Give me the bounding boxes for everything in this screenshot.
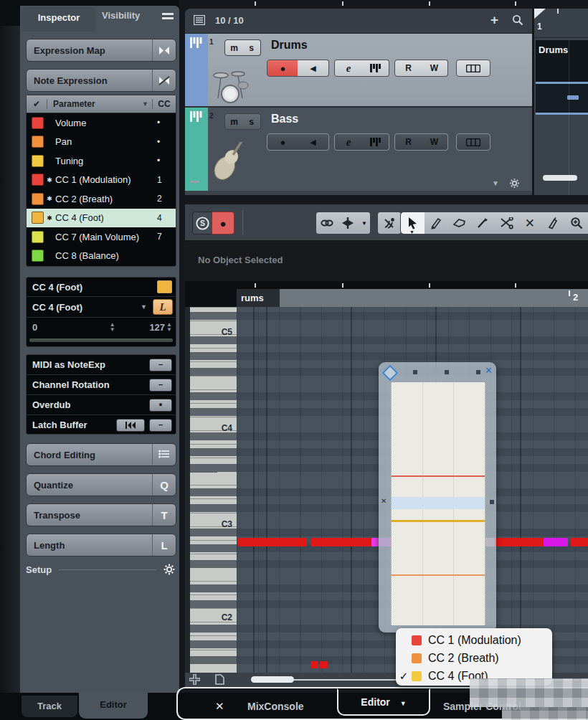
midi-note[interactable] bbox=[320, 661, 328, 668]
param-row-cc2[interactable]: ✱ CC 2 (Breath) 2 bbox=[27, 189, 176, 209]
latch-buffer-reset-button[interactable] bbox=[116, 419, 145, 432]
add-controller-lane-icon[interactable] bbox=[189, 674, 200, 685]
length-button[interactable]: Length L bbox=[26, 534, 176, 556]
legend-item-cc2[interactable]: CC 2 (Breath) bbox=[396, 649, 552, 667]
popup-handle[interactable] bbox=[476, 370, 480, 374]
gear-icon[interactable] bbox=[163, 564, 175, 575]
popup-curve-area[interactable] bbox=[391, 382, 485, 625]
latch-button[interactable]: L bbox=[153, 299, 173, 315]
mute-button[interactable]: m bbox=[224, 113, 244, 130]
popup-right-handle[interactable] bbox=[490, 500, 494, 504]
param-row-cc4-selected[interactable]: ✱ CC 4 (Foot) 4 bbox=[27, 209, 176, 228]
popup-handle[interactable] bbox=[413, 370, 417, 374]
cc4-slider[interactable] bbox=[29, 338, 173, 342]
cc4-select-row[interactable]: CC 4 (Foot) ▼ L bbox=[27, 297, 176, 318]
track-name[interactable]: Drums bbox=[271, 39, 308, 52]
midi-note[interactable] bbox=[238, 538, 307, 546]
overview-part-drums[interactable]: Drums bbox=[536, 40, 588, 84]
cc2-curve-line[interactable] bbox=[392, 574, 485, 576]
scissors-tool[interactable] bbox=[495, 212, 518, 234]
tab-editor-bottom[interactable]: Editor bbox=[79, 693, 148, 719]
page-icon[interactable] bbox=[215, 674, 224, 685]
midi-note[interactable] bbox=[495, 538, 544, 546]
monitor-button[interactable]: ◀ bbox=[298, 60, 329, 77]
instrument-icon[interactable] bbox=[361, 60, 389, 77]
param-row-cc8[interactable]: CC 8 (Balance) bbox=[27, 247, 176, 266]
search-icon[interactable] bbox=[512, 14, 523, 26]
record-enable-button[interactable]: ● bbox=[267, 133, 299, 151]
midi-note[interactable] bbox=[311, 538, 371, 546]
tab-inspector[interactable]: Inspector bbox=[22, 7, 96, 32]
solo-button[interactable]: s bbox=[242, 113, 261, 130]
write-automation-button[interactable]: w bbox=[421, 133, 448, 151]
mute-button[interactable]: m bbox=[224, 39, 244, 56]
tab-track[interactable]: Track bbox=[22, 696, 77, 717]
eraser-tool[interactable] bbox=[447, 212, 471, 234]
record-editor-button[interactable]: ● bbox=[212, 212, 234, 235]
cc1-curve-line[interactable] bbox=[392, 475, 485, 477]
link-editors-button[interactable] bbox=[316, 212, 338, 235]
record-enable-button[interactable]: ● bbox=[267, 60, 299, 77]
track-row-drums[interactable]: 1 m s Drums ● ◀ e R w bbox=[185, 34, 532, 108]
midi-note[interactable] bbox=[310, 661, 318, 668]
max-spinner[interactable]: ▲▼ bbox=[166, 322, 172, 332]
acoustic-feedback-button[interactable] bbox=[377, 212, 402, 235]
minimize-icon[interactable] bbox=[191, 181, 199, 183]
expand-icon[interactable]: ▼ bbox=[492, 179, 499, 187]
write-automation-button[interactable]: w bbox=[421, 60, 448, 77]
note-expression-button[interactable]: Note Expression bbox=[26, 69, 176, 92]
range-min-value[interactable]: 0 bbox=[27, 322, 75, 333]
chord-editing-button[interactable]: Chord Editing bbox=[26, 443, 176, 466]
edit-instrument-button[interactable]: e bbox=[334, 60, 363, 77]
param-row-tuning[interactable]: Tuning • bbox=[27, 151, 176, 171]
midi-as-noteexp-toggle[interactable]: – bbox=[149, 359, 172, 371]
note-expression-popup[interactable]: ✕ ✕ bbox=[379, 362, 496, 633]
popup-left-handle-icon[interactable]: ✕ bbox=[381, 497, 387, 505]
tab-editor-lowerzone[interactable]: Editor ▼ bbox=[337, 688, 430, 716]
piano-keyboard[interactable]: C5 C4 C3 C2 bbox=[190, 307, 237, 673]
horizontal-scrollbar[interactable] bbox=[251, 676, 294, 683]
mid-spinner[interactable]: ▲▼ bbox=[75, 322, 149, 332]
lanes-icon[interactable] bbox=[456, 133, 490, 151]
expression-map-button[interactable]: Expression Map bbox=[26, 39, 176, 62]
transpose-button[interactable]: Transpose T bbox=[26, 503, 176, 526]
overview-ruler[interactable]: 1 bbox=[534, 9, 588, 38]
editor-ruler[interactable] bbox=[237, 289, 588, 307]
legend-item-cc1[interactable]: CC 1 (Modulation) bbox=[396, 631, 552, 649]
close-lower-zone-icon[interactable]: ✕ bbox=[215, 700, 224, 713]
zoom-tool[interactable] bbox=[565, 212, 588, 234]
line-tool[interactable] bbox=[471, 212, 495, 234]
popup-handle[interactable] bbox=[445, 370, 449, 374]
track-list-icon[interactable] bbox=[194, 15, 205, 25]
param-row-cc1[interactable]: ✱ CC 1 (Modulation) 1 bbox=[27, 171, 176, 190]
monitor-button[interactable]: ◀ bbox=[298, 133, 329, 151]
pencil-tool[interactable] bbox=[425, 212, 448, 234]
tab-visibility[interactable]: Visibility bbox=[102, 10, 140, 21]
solo-editor-button[interactable]: S bbox=[192, 212, 212, 235]
tab-mixconsole[interactable]: MixConsole bbox=[247, 701, 304, 712]
autoscroll-dropdown[interactable]: ▼ bbox=[359, 212, 371, 235]
param-row-pan[interactable]: Pan • bbox=[27, 133, 176, 152]
popup-close-icon[interactable]: ✕ bbox=[485, 365, 493, 376]
track-gear-icon[interactable] bbox=[509, 178, 520, 189]
lanes-icon[interactable] bbox=[456, 60, 490, 77]
parameter-table-header[interactable]: ✔ Parameter ▼ CC bbox=[27, 95, 176, 113]
range-max-value[interactable]: 127 bbox=[149, 322, 165, 333]
overdub-toggle[interactable]: ● bbox=[149, 399, 172, 412]
edit-instrument-button[interactable]: e bbox=[334, 133, 363, 151]
param-row-cc7[interactable]: CC 7 (Main Volume) 7 bbox=[27, 227, 176, 247]
instrument-icon[interactable] bbox=[361, 133, 389, 151]
midi-note-selected[interactable] bbox=[544, 538, 568, 546]
glue-tool[interactable] bbox=[541, 212, 565, 234]
param-row-volume[interactable]: Volume • bbox=[27, 113, 176, 133]
autoscroll-button[interactable] bbox=[337, 212, 359, 235]
read-automation-button[interactable]: R bbox=[394, 133, 422, 151]
solo-button[interactable]: s bbox=[242, 39, 261, 56]
mute-tool[interactable]: ✕ bbox=[518, 212, 541, 234]
popup-diamond-handle[interactable] bbox=[382, 365, 399, 382]
inspector-menu-icon[interactable] bbox=[162, 13, 174, 22]
midi-note[interactable] bbox=[571, 538, 588, 546]
cc4-curve-line[interactable] bbox=[392, 520, 485, 522]
overview-scrollbar[interactable] bbox=[543, 175, 577, 181]
track-name[interactable]: Bass bbox=[271, 113, 298, 125]
